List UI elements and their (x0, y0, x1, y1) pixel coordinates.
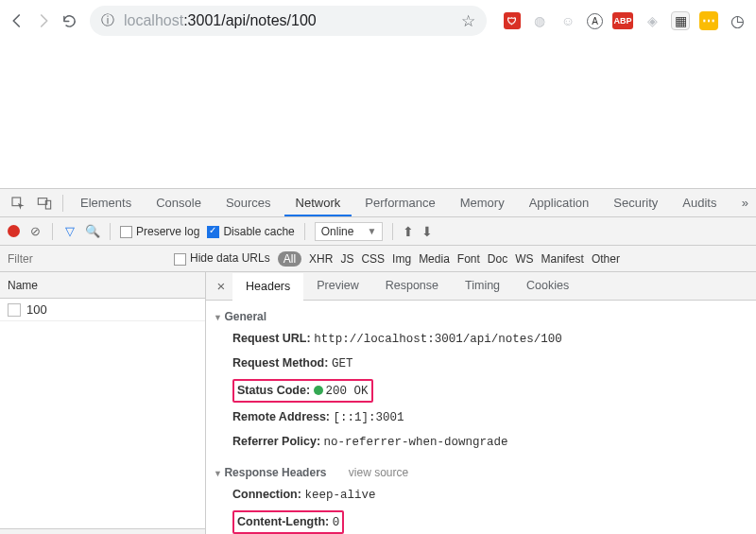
detail-tabs: × Headers Preview Response Timing Cookie… (206, 272, 756, 301)
request-method-row: Request Method: GET (212, 352, 747, 376)
devtools-tab-bar: Elements Console Sources Network Perform… (0, 189, 756, 217)
detail-tab-timing[interactable]: Timing (452, 272, 513, 300)
search-icon[interactable]: 🔍 (85, 224, 100, 238)
device-toolbar-icon[interactable] (32, 191, 57, 215)
request-list-header[interactable]: Name (0, 272, 205, 299)
extension-icon-yellow[interactable]: ⋯ (699, 11, 718, 30)
network-filter-bar: Hide data URLs All XHR JS CSS Img Media … (0, 246, 756, 272)
extension-icon-clock[interactable]: ◷ (728, 11, 747, 30)
request-detail: × Headers Preview Response Timing Cookie… (206, 272, 756, 534)
connection-row: Connection: keep-alive (212, 483, 747, 508)
network-toolbar: ⊘ ▽ 🔍 Preserve log Disable cache Online▼… (0, 217, 756, 246)
tab-security[interactable]: Security (602, 189, 669, 216)
request-list-footer (0, 528, 205, 534)
filter-doc[interactable]: Doc (488, 252, 507, 266)
detail-tab-response[interactable]: Response (372, 272, 452, 300)
disable-cache-toggle[interactable]: Disable cache (207, 224, 294, 238)
forward-button[interactable] (34, 11, 53, 30)
request-name: 100 (26, 302, 47, 317)
extension-icon-face[interactable]: ☺ (558, 11, 577, 30)
filter-all[interactable]: All (278, 251, 301, 267)
browser-toolbar: ⓘ localhost:3001/api/notes/100 ☆ 🛡 ◍ ☺ A… (0, 0, 756, 42)
bookmark-star-icon[interactable]: ☆ (461, 11, 475, 31)
devtools-panel: Elements Console Sources Network Perform… (0, 188, 756, 534)
ublock-icon[interactable]: 🛡 (504, 12, 521, 29)
tabs-overflow-icon[interactable]: » (734, 196, 756, 210)
address-bar[interactable]: ⓘ localhost:3001/api/notes/100 ☆ (90, 6, 487, 36)
content-length-row: Content-Length: 0 (212, 508, 747, 535)
detail-tab-cookies[interactable]: Cookies (513, 272, 582, 300)
extension-icon-gray-2[interactable]: ◈ (643, 11, 662, 30)
record-button[interactable] (8, 225, 20, 237)
tab-audits[interactable]: Audits (671, 189, 728, 216)
status-dot-icon (314, 386, 323, 395)
filter-toggle-icon[interactable]: ▽ (62, 224, 77, 238)
headers-pane: General Request URL: http://localhost:30… (206, 301, 756, 534)
extension-icons: 🛡 ◍ ☺ A ABP ◈ ▦ ⋯ ◷ (504, 11, 747, 30)
tab-application[interactable]: Application (518, 189, 601, 216)
tab-memory[interactable]: Memory (449, 189, 516, 216)
filter-media[interactable]: Media (419, 252, 450, 266)
request-url-row: Request URL: http://localhost:3001/api/n… (212, 327, 747, 352)
filter-input[interactable] (6, 250, 166, 267)
tab-console[interactable]: Console (145, 189, 213, 216)
request-list: Name 100 (0, 272, 206, 534)
filter-font[interactable]: Font (457, 252, 480, 266)
tab-elements[interactable]: Elements (69, 189, 143, 216)
filter-css[interactable]: CSS (361, 252, 385, 266)
extension-icon-gray-1[interactable]: ◍ (530, 11, 549, 30)
filter-img[interactable]: Img (392, 252, 411, 266)
status-code-row: Status Code: 200 OK (212, 376, 747, 406)
clear-button[interactable]: ⊘ (27, 224, 43, 238)
request-row[interactable]: 100 (0, 299, 205, 321)
extension-icon-qr[interactable]: ▦ (671, 11, 690, 30)
url-text: localhost:3001/api/notes/100 (124, 12, 452, 29)
preserve-log-toggle[interactable]: Preserve log (120, 224, 199, 238)
close-detail-icon[interactable]: × (210, 278, 232, 294)
filter-xhr[interactable]: XHR (309, 252, 333, 266)
upload-har-icon[interactable]: ⬆ (403, 224, 414, 239)
reload-button[interactable] (60, 11, 78, 30)
filter-js[interactable]: JS (340, 252, 353, 266)
filter-other[interactable]: Other (592, 252, 620, 266)
adblock-plus-icon[interactable]: ABP (612, 12, 633, 29)
view-source-link[interactable]: view source (349, 466, 408, 479)
inspect-element-icon[interactable] (6, 191, 30, 215)
throttling-select[interactable]: Online▼ (315, 222, 384, 241)
detail-tab-headers[interactable]: Headers (232, 273, 303, 301)
download-har-icon[interactable]: ⬇ (421, 224, 433, 239)
section-general[interactable]: General (212, 306, 747, 327)
network-body: Name 100 × Headers Preview Response Timi… (0, 272, 756, 534)
tab-performance[interactable]: Performance (353, 189, 446, 216)
tab-sources[interactable]: Sources (215, 189, 283, 216)
filter-ws[interactable]: WS (515, 252, 533, 266)
remote-address-row: Remote Address: [::1]:3001 (212, 405, 747, 430)
page-viewport (0, 42, 756, 188)
file-icon (8, 303, 21, 317)
section-response-headers[interactable]: Response Headers view source (212, 462, 747, 483)
filter-manifest[interactable]: Manifest (541, 252, 584, 266)
extension-icon-circle-a[interactable]: A (587, 13, 603, 29)
tab-network[interactable]: Network (284, 189, 352, 216)
referrer-policy-row: Referrer Policy: no-referrer-when-downgr… (212, 430, 747, 455)
site-info-icon[interactable]: ⓘ (101, 12, 114, 29)
hide-data-urls-toggle[interactable]: Hide data URLs (174, 251, 270, 265)
detail-tab-preview[interactable]: Preview (303, 272, 371, 300)
back-button[interactable] (8, 11, 26, 30)
